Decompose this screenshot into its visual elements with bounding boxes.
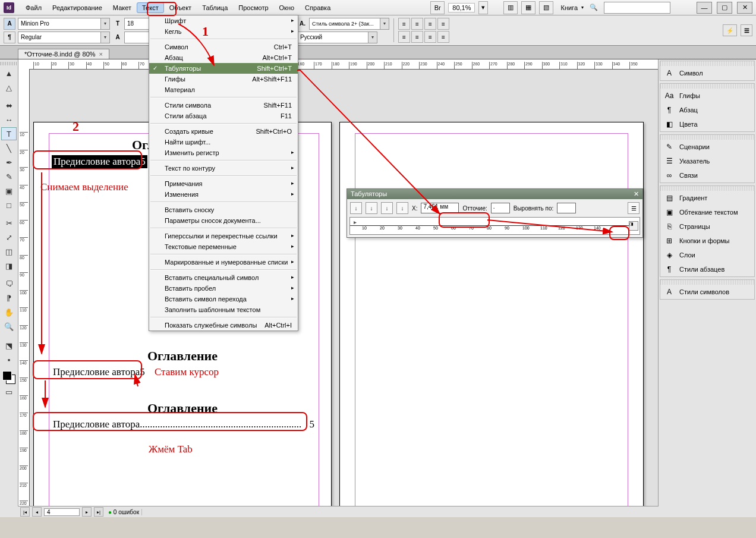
align-right-icon[interactable]: ≡: [424, 18, 436, 30]
tabs-ruler[interactable]: ▸ 102030405060708090100110120130140 ◨: [349, 217, 640, 235]
note-tool[interactable]: 🗨: [1, 277, 17, 290]
rectangle-tool[interactable]: □: [1, 199, 17, 212]
zoom-field[interactable]: 80,1%: [448, 3, 475, 12]
view-mode-icon[interactable]: ▭: [1, 385, 17, 398]
menu-справка[interactable]: Справка: [300, 2, 336, 13]
align-left-icon[interactable]: ≡: [398, 18, 410, 30]
menu-item[interactable]: Вставить специальный символ: [149, 272, 298, 283]
panel-Сценарии[interactable]: ✎Сценарии: [660, 140, 754, 154]
menu-item[interactable]: Найти шрифт...: [149, 137, 298, 147]
prev-page-button[interactable]: ◂: [32, 507, 42, 517]
menu-item[interactable]: Маркированные и нумерованные списки: [149, 257, 298, 268]
panel-menu-icon[interactable]: ☰: [741, 24, 752, 36]
menu-окно[interactable]: Окно: [274, 2, 300, 13]
transform-tool[interactable]: ⤢: [1, 231, 17, 244]
frame-tool[interactable]: ▣: [1, 184, 17, 197]
panel-Указатель[interactable]: ☰Указатель: [660, 154, 754, 168]
scissors-tool[interactable]: ✂: [1, 216, 17, 229]
dropdown-icon[interactable]: ▾: [380, 18, 389, 30]
document-canvas[interactable]: 1020304050607080901001101201301401501601…: [18, 59, 658, 517]
page-tool[interactable]: ⬌: [1, 99, 17, 112]
selection-tool[interactable]: ▲: [1, 67, 17, 80]
snap-above-frame-icon[interactable]: ◨: [629, 221, 638, 231]
hand-tool[interactable]: ✋: [1, 306, 17, 319]
menu-item[interactable]: Изменения: [149, 189, 298, 200]
page-number-field[interactable]: 4: [44, 508, 80, 516]
gradient-feather-tool[interactable]: ◨: [1, 259, 17, 272]
tab-left-align-icon[interactable]: ↓: [350, 202, 362, 214]
tab-align-input[interactable]: [557, 203, 576, 213]
toc-line[interactable]: Предисловие автора5: [53, 366, 145, 378]
menu-item[interactable]: СимволCtrl+T: [149, 42, 298, 52]
panel-Глифы[interactable]: AaГлифы: [660, 89, 754, 103]
tabs-panel[interactable]: Табуляторы✕ ↓ ↓ ↓ ↓ X: 7,461 мм Отточие:…: [346, 188, 643, 238]
panel-Обтекание текстом[interactable]: ▣Обтекание текстом: [660, 205, 754, 219]
last-page-button[interactable]: ▸|: [94, 507, 103, 517]
grip[interactable]: [0, 62, 18, 65]
direct-selection-tool[interactable]: △: [1, 81, 17, 94]
preflight-status[interactable]: ● 0 ошибок: [106, 509, 142, 515]
align-icon[interactable]: ≡: [437, 31, 449, 43]
panel-Градиент[interactable]: ▤Градиент: [660, 191, 754, 205]
menu-item[interactable]: Вставить символ перехода: [149, 294, 298, 304]
menu-item[interactable]: Материал: [149, 84, 298, 95]
panel-Слои[interactable]: ◈Слои: [660, 248, 754, 262]
selected-text[interactable]: Предисловие автора5: [52, 155, 147, 168]
dropdown-icon[interactable]: ▾: [101, 18, 110, 30]
menu-редактирование[interactable]: Редактирование: [47, 2, 108, 13]
panel-Абзац[interactable]: ¶Абзац: [660, 103, 754, 117]
menu-просмотр[interactable]: Просмотр: [233, 2, 273, 13]
panel-Страницы[interactable]: ⎘Страницы: [660, 219, 754, 234]
menu-item[interactable]: Создать кривыеShift+Ctrl+O: [149, 126, 298, 137]
menu-item[interactable]: Текстовые переменные: [149, 241, 298, 252]
align-center-icon[interactable]: ≡: [411, 18, 423, 30]
menu-item[interactable]: Текст по контуру: [149, 163, 298, 174]
apply-color-icon[interactable]: ▪: [1, 353, 17, 366]
char-style-field[interactable]: Стиль символа 2+ (Зак...: [309, 18, 380, 30]
pencil-tool[interactable]: ✎: [1, 170, 17, 183]
dropdown-icon[interactable]: ▾: [368, 32, 377, 43]
language-field[interactable]: Русский: [297, 32, 368, 43]
menu-item[interactable]: АбзацAlt+Ctrl+T: [149, 52, 298, 63]
font-family-field[interactable]: Minion Pro: [18, 18, 101, 30]
menu-item[interactable]: Стили абзацаF11: [149, 111, 298, 121]
screen-mode-icon[interactable]: ▥: [503, 1, 518, 14]
color-swatch[interactable]: [2, 371, 15, 384]
align-icon[interactable]: ≡: [411, 31, 423, 43]
quick-apply-icon[interactable]: ⚡: [723, 24, 737, 36]
menu-item[interactable]: Изменить регистр: [149, 147, 298, 158]
leading-field[interactable]: [124, 32, 150, 43]
menu-текст[interactable]: Текст: [137, 2, 164, 13]
para-mode-icon[interactable]: ¶: [4, 32, 15, 43]
tab-leader-input[interactable]: .: [491, 203, 510, 213]
menu-файл[interactable]: Файл: [20, 2, 47, 13]
menu-item[interactable]: ГлифыAlt+Shift+F11: [149, 74, 298, 84]
zoom-tool[interactable]: 🔍: [1, 320, 17, 333]
panel-Стили абзацев[interactable]: ¶Стили абзацев: [660, 262, 754, 276]
menu-item[interactable]: Примечания: [149, 178, 298, 189]
close-tab-icon[interactable]: ×: [99, 51, 103, 58]
char-mode-icon[interactable]: A: [4, 18, 15, 30]
menu-item[interactable]: Шрифт: [149, 15, 298, 26]
bridge-icon[interactable]: Br: [430, 1, 445, 14]
panel-Стили символов[interactable]: AСтили символов: [660, 285, 754, 299]
view-icon[interactable]: ▧: [539, 1, 553, 14]
panel-close-icon[interactable]: ✕: [634, 190, 639, 198]
align-icon[interactable]: ≡: [424, 31, 436, 43]
tab-right-align-icon[interactable]: ↓: [381, 202, 393, 214]
document-tab[interactable]: *Отточие-8.indd @ 80%×: [18, 49, 109, 59]
dropdown-icon[interactable]: ▾: [101, 32, 110, 43]
zoom-dropdown[interactable]: ▾: [478, 1, 488, 14]
line-tool[interactable]: ╲: [1, 141, 17, 155]
menu-item[interactable]: Заполнить шаблонным текстом: [149, 304, 298, 315]
align-icon[interactable]: ≡: [398, 31, 410, 43]
maximize-button[interactable]: ▢: [717, 2, 732, 14]
toc-line-dotted[interactable]: Предисловие автора .....................…: [53, 419, 314, 430]
type-tool[interactable]: T: [1, 127, 17, 140]
arrange-icon[interactable]: ▦: [521, 1, 536, 14]
first-page-button[interactable]: |◂: [20, 507, 30, 517]
menu-item[interactable]: Параметры сносок документа...: [149, 215, 298, 226]
search-input[interactable]: [604, 2, 670, 14]
menu-item[interactable]: ТабуляторыShift+Ctrl+T: [149, 63, 298, 74]
tab-center-align-icon[interactable]: ↓: [366, 202, 377, 214]
